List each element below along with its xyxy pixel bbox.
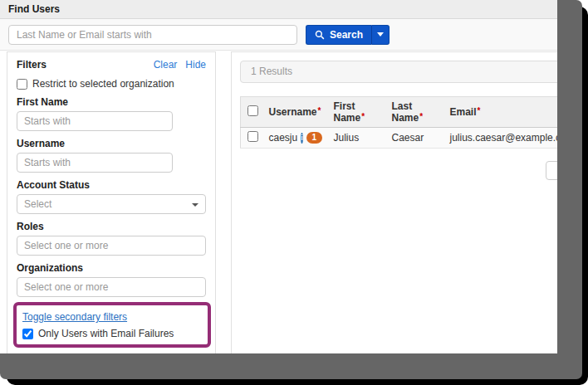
column-header-first-name: First Name*: [327, 97, 385, 128]
column-header-username: Username*: [262, 97, 327, 128]
first-name-input[interactable]: [17, 111, 173, 131]
restrict-organization-checkbox[interactable]: [17, 79, 27, 90]
email-failures-label: Only Users with Email Failures: [38, 328, 174, 339]
search-split-button: Search: [306, 25, 390, 45]
organizations-input[interactable]: [17, 277, 206, 297]
roles-input[interactable]: [17, 236, 206, 256]
toggle-secondary-filters-link[interactable]: Toggle secondary filters: [22, 311, 127, 323]
search-options-dropdown-button[interactable]: [371, 25, 390, 45]
account-status-select[interactable]: Select: [17, 194, 206, 214]
screenshot-stage: Find Users Search Filters: [0, 0, 588, 385]
email-failure-count-badge[interactable]: 1: [306, 132, 322, 144]
results-count-bar: 1 Results: [240, 61, 557, 83]
select-all-checkbox[interactable]: [247, 105, 258, 116]
row-checkbox[interactable]: [247, 131, 258, 142]
required-mark: *: [419, 112, 423, 121]
cutoff-control-button[interactable]: [546, 161, 557, 180]
filters-panel: Filters Clear Hide Restrict to selected …: [7, 51, 216, 353]
search-bar: Search: [0, 19, 557, 51]
username-cell: caesju: [269, 132, 298, 144]
required-mark: *: [318, 106, 321, 115]
email-cell: julius.caesar@example.com: [443, 128, 558, 149]
find-users-window: Find Users Search Filters: [0, 0, 557, 353]
first-name-label: First Name: [17, 96, 206, 108]
clear-filters-link[interactable]: Clear: [154, 59, 178, 71]
results-count-label: 1 Results: [251, 66, 292, 77]
search-input[interactable]: [8, 25, 297, 45]
page-title: Find Users: [8, 3, 60, 15]
account-status-label: Account Status: [17, 179, 206, 191]
username-input[interactable]: [17, 153, 173, 173]
secondary-filters-highlight: Toggle secondary filters Only Users with…: [13, 302, 211, 348]
username-label: Username: [17, 138, 206, 149]
info-icon[interactable]: i: [301, 133, 303, 144]
account-status-value: Select: [24, 198, 51, 210]
restrict-organization-label: Restrict to selected organization: [32, 78, 174, 90]
last-name-cell: Caesar: [385, 128, 443, 149]
filters-title: Filters: [17, 59, 154, 71]
table-row[interactable]: caesju i 1 Julius Caesar julius.caesar@e…: [241, 128, 558, 149]
first-name-cell: Julius: [327, 128, 385, 149]
column-header-last-name: Last Name*: [385, 97, 443, 128]
caret-down-icon: [377, 32, 384, 37]
hide-filters-link[interactable]: Hide: [185, 59, 206, 71]
results-table: Username* First Name* Last Name* Email*: [240, 96, 557, 149]
restrict-organization-row: Restrict to selected organization: [17, 78, 206, 90]
results-panel: 1 Results Username* First Name*: [231, 51, 557, 353]
search-button[interactable]: Search: [306, 25, 371, 45]
window-header: Find Users: [0, 0, 557, 19]
email-failures-checkbox[interactable]: [22, 329, 33, 339]
organizations-label: Organizations: [17, 262, 206, 274]
roles-label: Roles: [17, 221, 206, 232]
email-failures-row: Only Users with Email Failures: [22, 328, 202, 339]
filters-header: Filters Clear Hide: [17, 59, 206, 71]
column-header-email: Email*: [443, 97, 558, 128]
search-icon: [315, 30, 325, 40]
select-caret-icon: [192, 203, 198, 207]
required-mark: *: [478, 106, 481, 115]
search-button-label: Search: [330, 29, 363, 41]
required-mark: *: [361, 112, 365, 121]
table-header-row: Username* First Name* Last Name* Email*: [241, 97, 558, 128]
